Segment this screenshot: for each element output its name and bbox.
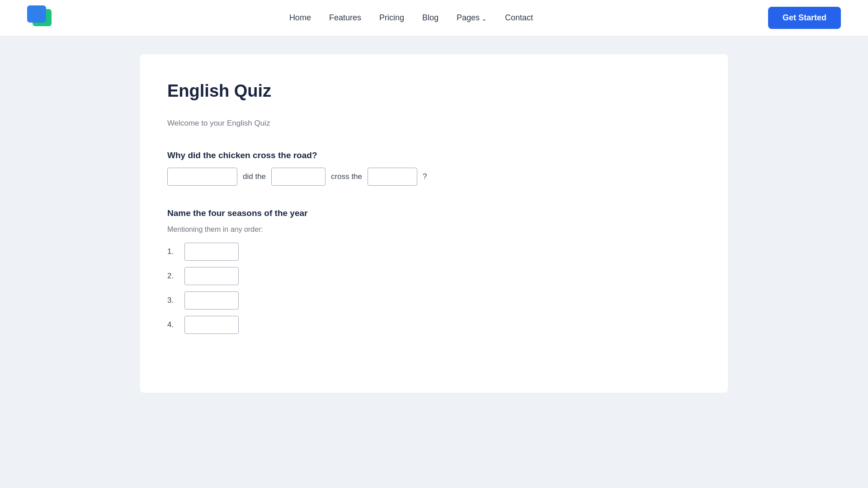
blank-text-1: did the xyxy=(243,172,266,181)
list-item: 3. xyxy=(167,291,701,310)
nav-blog[interactable]: Blog xyxy=(422,13,439,23)
question-2-section: Name the four seasons of the year Mentio… xyxy=(167,208,701,334)
question-mark: ? xyxy=(423,172,427,181)
question-1-label: Why did the chicken cross the road? xyxy=(167,150,701,160)
list-item: 1. xyxy=(167,243,701,261)
logo-icon xyxy=(27,5,54,30)
list-item: 2. xyxy=(167,267,701,285)
blank-text-2: cross the xyxy=(331,172,362,181)
welcome-text: Welcome to your English Quiz xyxy=(167,119,701,128)
nav: Home Features Pricing Blog Pages ⌄ Conta… xyxy=(289,13,533,23)
get-started-button[interactable]: Get Started xyxy=(768,7,841,29)
question-2-note: Mentioning them in any order: xyxy=(167,225,701,234)
list-item: 4. xyxy=(167,316,701,334)
logo-front-rect xyxy=(27,5,46,23)
list-number-4: 4. xyxy=(167,320,178,329)
nav-home[interactable]: Home xyxy=(289,13,311,23)
main-content: English Quiz Welcome to your English Qui… xyxy=(0,36,868,393)
nav-contact[interactable]: Contact xyxy=(505,13,533,23)
nav-pricing[interactable]: Pricing xyxy=(379,13,404,23)
content-card: English Quiz Welcome to your English Qui… xyxy=(140,54,728,393)
chevron-down-icon: ⌄ xyxy=(481,15,487,22)
nav-features[interactable]: Features xyxy=(329,13,361,23)
blank-input-3[interactable] xyxy=(368,168,417,186)
nav-pages-label: Pages xyxy=(457,13,480,23)
seasons-list: 1. 2. 3. 4. xyxy=(167,243,701,334)
blank-input-1[interactable] xyxy=(167,168,237,186)
question-1-section: Why did the chicken cross the road? did … xyxy=(167,150,701,186)
season-input-3[interactable] xyxy=(184,291,239,310)
logo xyxy=(27,5,54,30)
question-2-label: Name the four seasons of the year xyxy=(167,208,701,218)
season-input-2[interactable] xyxy=(184,267,239,285)
nav-pages-dropdown[interactable]: Pages ⌄ xyxy=(457,13,487,23)
season-input-1[interactable] xyxy=(184,243,239,261)
page-title: English Quiz xyxy=(167,81,701,101)
header: Home Features Pricing Blog Pages ⌄ Conta… xyxy=(0,0,868,36)
list-number-1: 1. xyxy=(167,247,178,256)
list-number-3: 3. xyxy=(167,296,178,305)
list-number-2: 2. xyxy=(167,272,178,281)
season-input-4[interactable] xyxy=(184,316,239,334)
fill-in-blank-row: did the cross the ? xyxy=(167,168,701,186)
blank-input-2[interactable] xyxy=(271,168,326,186)
